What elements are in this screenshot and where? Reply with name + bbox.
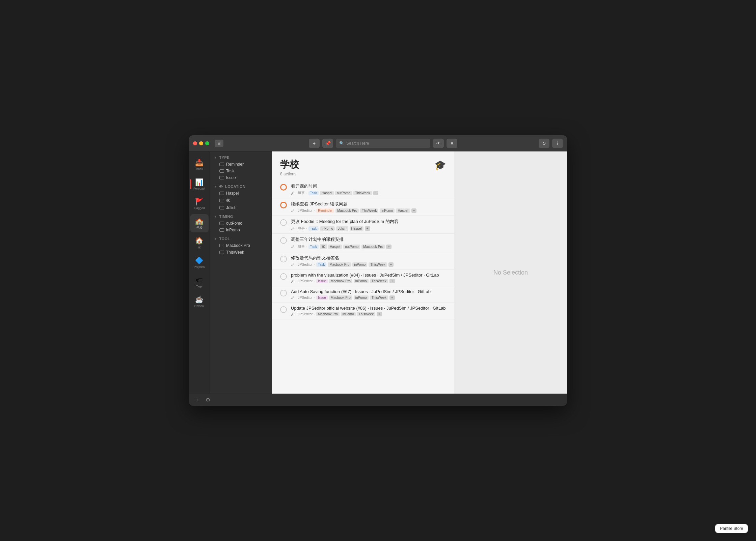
sidebar-item-flagged[interactable]: 🚩 Flagged (190, 195, 209, 213)
refresh-button[interactable]: ↻ (539, 139, 549, 148)
pin-button[interactable]: 📌 (322, 139, 333, 148)
no-selection-text: No Selection (493, 269, 528, 276)
list-button[interactable]: ≡ (447, 139, 457, 148)
task-item[interactable]: Update JPSeditor official website (#86) … (272, 303, 454, 319)
tag-macbook-5: Macbook Pro (328, 262, 351, 267)
sidebar-item-school[interactable]: 🏫 学校 (190, 214, 209, 232)
fullscreen-button[interactable] (205, 141, 209, 145)
projects-label: Projects (194, 265, 205, 268)
issue-label: Issue (226, 175, 236, 180)
macbook-label: Macbook Pro (226, 243, 250, 248)
tree-item-juelich[interactable]: Jülich (211, 204, 270, 211)
task-content-1: 看开课的时间 🖊 · 班事 · Task Haspel outPomo This… (291, 183, 449, 195)
tree-item-reminder[interactable]: Reminder (211, 161, 270, 168)
tag-home-4: 家 (320, 244, 327, 249)
sidebar-item-review[interactable]: ☕ Review (190, 292, 209, 311)
inpomo-icon (219, 228, 224, 232)
tag-haspel-4: Haspel (328, 245, 342, 249)
add-button[interactable]: + (309, 139, 320, 148)
task-title-7: Add Auto Saving function (#67) · Issues … (291, 289, 449, 294)
section-location-label: 👁 (219, 184, 223, 189)
add-item-button[interactable]: + (193, 396, 201, 404)
task-item[interactable]: 更改 Foodie :: Meeting for the plan of JuP… (272, 216, 454, 234)
meta-type-tag-1: Task (308, 191, 319, 195)
task-meta-2: 🖊 · JPSeditor · Reminder Macbook Pro Thi… (291, 208, 449, 213)
task-check-2[interactable] (280, 202, 287, 208)
minimize-button[interactable] (199, 141, 203, 145)
task-title-6: problem with the visualization (#84) · I… (291, 273, 449, 278)
tree-item-issue[interactable]: Issue (211, 174, 270, 181)
task-check-4[interactable] (280, 237, 287, 244)
task-content-5: 修改源代码内部文档签名 🖊 · JPSeditor · Task Macbook… (291, 255, 449, 267)
task-meta-3: 🖊 · 班事 · Task inPomo Jülich Haspel + (291, 226, 449, 231)
task-check-8[interactable] (280, 306, 287, 313)
tag-haspel-2: Haspel (396, 208, 410, 213)
tag-inpomo-8: inPomo (341, 312, 356, 316)
tag-inpomo-6: inPomo (354, 279, 369, 283)
section-tool[interactable]: ▼ Tool (210, 235, 272, 242)
titlebar-right: ↻ ℹ (539, 139, 563, 148)
task-item[interactable]: 看开课的时间 🖊 · 班事 · Task Haspel outPomo This… (272, 180, 454, 198)
detail-panel: No Selection (454, 151, 567, 394)
task-content-7: Add Auto Saving function (#67) · Issues … (291, 289, 449, 300)
sidebar-item-inbox[interactable]: 📥 Inbox (190, 155, 209, 174)
section-timing[interactable]: ▼ Timing (210, 213, 272, 220)
inbox-icon: 📥 (195, 159, 204, 167)
meta-source-4: 班事 (298, 244, 305, 249)
section-type[interactable]: ▼ Type (210, 154, 272, 161)
tree-item-haspel[interactable]: Haspel (211, 190, 270, 197)
task-item[interactable]: problem with the visualization (#84) · I… (272, 270, 454, 286)
sidebar-item-projects[interactable]: 🔷 Projects (190, 253, 209, 272)
task-meta-5: 🖊 · JPSeditor · Task Macbook Pro inPomo … (291, 262, 449, 267)
meta-icon-4: 🖊 (291, 245, 294, 249)
sidebar-item-home[interactable]: 🏠 家 (190, 234, 209, 252)
tag-thisweek-6: ThisWeek (370, 279, 388, 283)
school-label: 学校 (196, 226, 202, 230)
task-list-header-left: 学校 8 actions (280, 158, 299, 176)
titlebar-center: + 📌 🔍 Search Here 👁 ≡ (230, 139, 536, 148)
eye-button[interactable]: 👁 (433, 139, 444, 148)
meta-type-tag-7: Issue (316, 295, 328, 300)
tag-haspel-3: Haspel (350, 226, 363, 231)
meta-icon-1: 🖊 (291, 191, 294, 195)
review-label: Review (194, 304, 205, 308)
tag-plus-6: + (389, 279, 395, 283)
task-check-3[interactable] (280, 219, 287, 226)
task-check-7[interactable] (280, 290, 287, 296)
haspel-label: Haspel (226, 191, 239, 196)
sidebar-item-tags[interactable]: 🏷 Tags (190, 273, 209, 291)
tree-item-thisweek[interactable]: ThisWeek (211, 249, 270, 256)
reminder-label: Reminder (226, 162, 244, 167)
tags-label: Tags (196, 285, 202, 288)
search-bar[interactable]: 🔍 Search Here (336, 139, 430, 148)
tree-item-outpomo[interactable]: outPomo (211, 220, 270, 227)
panfile-store-badge[interactable]: Panfile.Store (715, 524, 748, 533)
task-check-6[interactable] (280, 273, 287, 280)
sidebar-item-forecast[interactable]: 📊 Forecast (190, 175, 209, 193)
close-button[interactable] (193, 141, 197, 145)
task-item[interactable]: Add Auto Saving function (#67) · Issues … (272, 286, 454, 303)
task-item[interactable]: 继续查看 JPSeditor 读取问题 🖊 · JPSeditor · Remi… (272, 198, 454, 216)
task-check-5[interactable] (280, 256, 287, 262)
outpomo-icon (219, 222, 224, 225)
reminder-icon (219, 163, 224, 166)
tag-thisweek-1: ThisWeek (353, 191, 372, 195)
tag-thisweek-8: ThisWeek (357, 312, 375, 316)
inbox-label: Inbox (195, 167, 203, 171)
meta-type-tag-5: Task (316, 262, 327, 267)
section-location-arrow: ▼ (214, 185, 217, 188)
school-icon: 🏫 (195, 217, 204, 225)
tree-item-macbook[interactable]: Macbook Pro (211, 242, 270, 249)
task-check-1[interactable] (280, 184, 287, 191)
task-list-header: 学校 8 actions 🎓 (272, 151, 454, 179)
tree-item-inpomo[interactable]: inPomo (211, 227, 270, 233)
task-item[interactable]: 修改源代码内部文档签名 🖊 · JPSeditor · Task Macbook… (272, 252, 454, 270)
section-location[interactable]: ▼ 👁 Location (210, 183, 272, 190)
tree-item-home-location[interactable]: 家 (211, 197, 270, 204)
task-title-5: 修改源代码内部文档签名 (291, 255, 449, 261)
settings-button[interactable]: ⚙ (204, 396, 212, 404)
tree-item-task[interactable]: Task (211, 168, 270, 174)
tag-macbook-4: Macbook Pro (361, 245, 385, 249)
info-button[interactable]: ℹ (552, 139, 563, 148)
task-item[interactable]: 调整三年计划中的课程安排 🖊 · 班事 · Task 家 Haspel outP… (272, 234, 454, 252)
